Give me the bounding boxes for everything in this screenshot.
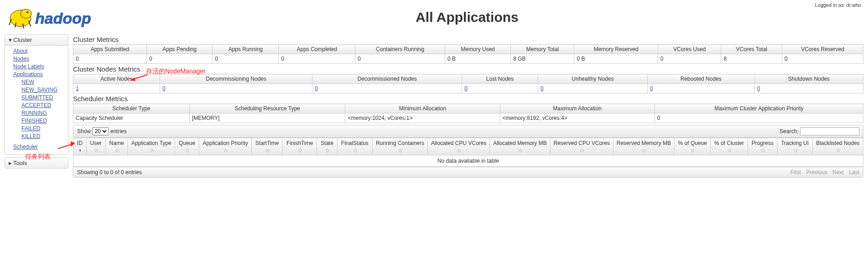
- cluster-metrics-title: Cluster Metrics: [73, 36, 863, 43]
- cluster-metric-header: Apps Completed: [279, 45, 355, 54]
- cluster-metric-header: VCores Total: [721, 45, 782, 54]
- cluster-metrics-table: Apps SubmittedApps PendingApps RunningAp…: [73, 44, 863, 64]
- cluster-metric-value: 0: [146, 54, 212, 64]
- nodes-metric-value-link[interactable]: 0: [757, 85, 760, 92]
- pager-prev[interactable]: Previous: [806, 169, 827, 175]
- nodes-metric-value: 0: [160, 84, 312, 93]
- sort-icon: [761, 147, 765, 153]
- cluster-metric-header: VCores Used: [658, 45, 721, 54]
- nodes-metric-value: 0: [312, 84, 462, 93]
- sort-icon: [115, 147, 119, 153]
- cluster-metric-value: 0: [73, 54, 147, 64]
- sidebar-cluster-section: ▾Cluster About Nodes Node Labels Applica…: [5, 34, 68, 155]
- sidebar-link-about[interactable]: About: [13, 47, 64, 55]
- scheduler-metrics-table: Scheduler TypeScheduling Resource TypeMi…: [73, 103, 863, 123]
- sidebar-link-accepted[interactable]: ACCEPTED: [21, 102, 64, 109]
- sidebar-tools-section: ▸Tools: [5, 157, 68, 169]
- sort-icon: [642, 147, 646, 153]
- sort-icon: [457, 147, 461, 153]
- apps-column-header[interactable]: Tracking UI: [777, 138, 812, 155]
- apps-column-header[interactable]: State: [317, 138, 338, 155]
- pager-first[interactable]: First: [790, 169, 801, 175]
- nodes-metric-header: Decommissioning Nodes: [160, 74, 312, 84]
- cluster-metric-value: 0 B: [574, 54, 658, 64]
- sort-icon: [353, 147, 357, 153]
- nodes-metric-header: Decommissioned Nodes: [312, 74, 462, 84]
- sort-icon: [94, 147, 98, 153]
- cluster-metric-header: Apps Pending: [146, 45, 212, 54]
- nodes-metric-value-link[interactable]: 1: [76, 85, 79, 92]
- sidebar: ▾Cluster About Nodes Node Labels Applica…: [5, 34, 73, 178]
- sidebar-link-applications[interactable]: Applications: [13, 71, 64, 78]
- cluster-metric-value: 0 B: [445, 54, 511, 64]
- nodes-metric-value: 0: [754, 84, 863, 93]
- applications-table: IDUserNameApplication TypeQueueApplicati…: [73, 138, 863, 167]
- sidebar-link-killed[interactable]: KILLED: [21, 133, 64, 140]
- apps-column-header[interactable]: ID: [73, 138, 87, 155]
- show-label-post: entries: [110, 128, 127, 134]
- apps-column-header[interactable]: FinalStatus: [337, 138, 372, 155]
- sort-icon: [691, 147, 695, 153]
- apps-column-header[interactable]: Allocated Memory MB: [490, 138, 550, 155]
- sort-icon: [399, 147, 402, 153]
- sidebar-link-new[interactable]: NEW: [21, 78, 64, 86]
- sidebar-link-scheduler[interactable]: Scheduler: [13, 143, 64, 151]
- apps-column-header[interactable]: Allocated CPU VCores: [428, 138, 490, 155]
- search-input[interactable]: [800, 127, 859, 135]
- pager-next[interactable]: Next: [832, 169, 844, 175]
- scheduler-metric-header: Minimum Allocation: [345, 104, 500, 114]
- nodes-metric-value-link[interactable]: 0: [464, 85, 468, 92]
- triangle-right-icon: ▸: [9, 160, 12, 166]
- cluster-metric-header: Memory Reserved: [574, 45, 658, 54]
- apps-column-header[interactable]: Application Priority: [199, 138, 251, 155]
- cluster-metric-value: 0: [782, 54, 863, 64]
- cluster-metric-value: 0: [658, 54, 721, 64]
- apps-column-header[interactable]: Application Type: [128, 138, 175, 155]
- sidebar-link-node-labels[interactable]: Node Labels: [13, 63, 64, 71]
- apps-column-header[interactable]: Queue: [175, 138, 199, 155]
- apps-column-header[interactable]: StartTime: [251, 138, 282, 155]
- sidebar-tools-header[interactable]: ▸Tools: [5, 158, 68, 168]
- apps-column-header[interactable]: % of Cluster: [711, 138, 748, 155]
- nodes-metric-header: Active Nodes: [73, 74, 160, 84]
- scheduler-metric-value: 0: [655, 114, 863, 123]
- scheduler-metric-value: [MEMORY]: [189, 114, 345, 123]
- apps-column-header[interactable]: Reserved CPU VCores: [550, 138, 613, 155]
- nodes-metric-value-link[interactable]: 0: [650, 85, 653, 92]
- apps-column-header[interactable]: Reserved Memory MB: [613, 138, 674, 155]
- entries-select[interactable]: 20: [92, 127, 109, 135]
- header: hadoop All Applications: [0, 0, 868, 34]
- datatable-pager: First Previous Next Last: [787, 169, 859, 175]
- nodes-metric-value: 0: [462, 84, 538, 93]
- cluster-metric-header: Containers Running: [355, 45, 445, 54]
- cluster-metric-header: Apps Running: [213, 45, 279, 54]
- nodes-metric-value-link[interactable]: 0: [162, 85, 166, 92]
- apps-column-header[interactable]: Name: [105, 138, 128, 155]
- show-label-pre: Show: [77, 128, 91, 134]
- sidebar-link-running[interactable]: RUNNING: [21, 109, 64, 117]
- apps-column-header[interactable]: Progress: [748, 138, 777, 155]
- sidebar-link-finished[interactable]: FINISHED: [21, 117, 64, 125]
- nodes-metric-header: Shutdown Nodes: [754, 74, 863, 84]
- search-label: Search:: [780, 128, 798, 134]
- apps-column-header[interactable]: User: [86, 138, 105, 155]
- nodes-metric-header: Rebooted Nodes: [647, 74, 754, 84]
- scheduler-metric-header: Maximum Allocation: [500, 104, 655, 114]
- apps-column-header[interactable]: Running Containers: [372, 138, 428, 155]
- sidebar-cluster-header[interactable]: ▾Cluster: [5, 35, 68, 46]
- sidebar-link-nodes[interactable]: Nodes: [13, 55, 64, 63]
- cluster-metric-header: Apps Submitted: [73, 45, 147, 54]
- pager-last[interactable]: Last: [849, 169, 859, 175]
- apps-column-header[interactable]: % of Queue: [675, 138, 711, 155]
- sidebar-link-submitted[interactable]: SUBMITTED: [21, 94, 64, 102]
- sort-icon: [728, 147, 732, 153]
- nodes-metric-value-link[interactable]: 0: [541, 85, 544, 92]
- nodes-metric-value-link[interactable]: 0: [315, 85, 318, 92]
- apps-column-header[interactable]: FinishTime: [283, 138, 317, 155]
- sidebar-link-failed[interactable]: FAILED: [21, 125, 64, 133]
- apps-column-header[interactable]: Blacklisted Nodes: [812, 138, 863, 155]
- svg-point-2: [26, 11, 28, 13]
- sidebar-link-new-saving[interactable]: NEW_SAVING: [21, 86, 64, 94]
- cluster-metric-header: VCores Reserved: [782, 45, 863, 54]
- sort-icon: [326, 147, 329, 153]
